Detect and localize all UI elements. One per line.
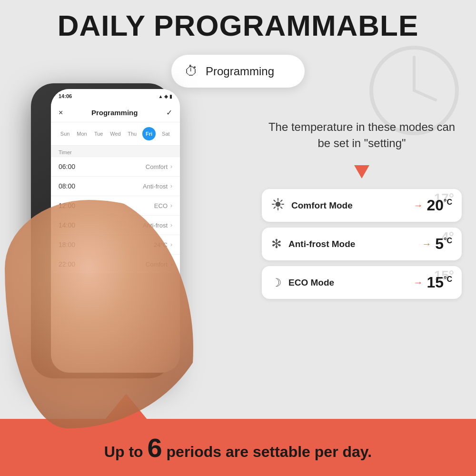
bottom-prefix: Up to [104,443,143,460]
moon-icon: ☽ [271,276,282,289]
sun-icon [271,198,285,214]
timer-label: Timer [51,146,180,157]
chevron-icon: › [170,163,172,170]
day-mon[interactable]: Mon [75,127,89,140]
day-sun[interactable]: Sun [59,127,72,140]
status-time: 14:06 [59,93,159,99]
day-thu[interactable]: Thu [126,127,139,140]
timer-row[interactable]: 08:00 Anti-frost › [51,177,180,196]
svg-marker-3 [354,165,369,178]
mode-value: Comfort [82,163,168,170]
page-title: DAILY PROGRAMMABLE [0,9,476,42]
eco-mode-card: ☽ ECO Mode → 15°C 15° [262,266,462,299]
time-value: 06:00 [59,163,82,170]
description-text: The temperature in these modes can be se… [262,119,462,151]
arrow-right-icon: → [413,200,423,211]
antifrost-mode-name: Anti-frost Mode [288,239,418,249]
status-icons: ▲ ◈ ▮ [159,94,172,99]
clock-icon: ⏱ [185,63,198,79]
bottom-suffix: periods are settable per day. [167,443,372,460]
antifrost-mode-card: ✻ Anti-frost Mode → 5°C 4° [262,228,462,260]
svg-line-11 [281,200,282,201]
svg-line-10 [281,207,282,208]
timer-row[interactable]: 06:00 Comfort › [51,157,180,177]
close-button[interactable]: × [59,109,63,117]
chevron-icon: › [170,222,172,228]
bottom-text: Up to 6 periods are settable per day. [104,432,372,463]
time-value: 08:00 [59,182,82,190]
day-wed[interactable]: Wed [109,127,122,140]
snowflake-icon: ✻ [271,237,282,251]
svg-point-4 [276,202,280,207]
day-tue[interactable]: Tue [92,127,105,140]
status-bar: 14:06 ▲ ◈ ▮ [51,89,180,103]
chevron-icon: › [170,241,172,248]
arrow-right-icon: → [413,277,423,288]
day-sat[interactable]: Sat [159,127,172,140]
svg-line-12 [274,207,276,208]
svg-line-2 [414,90,436,100]
confirm-button[interactable]: ✓ [166,108,172,117]
day-fri[interactable]: Fri [142,127,156,140]
arrow-down [262,160,462,181]
chevron-icon: › [170,202,172,209]
antifrost-temp: 5°C [435,235,452,253]
programming-pill: ⏱ Programming [171,55,305,88]
arrow-right-icon: → [422,238,431,249]
app-header: × Programming ✓ [51,103,180,122]
eco-temp: 15°C [426,274,452,291]
comfort-mode-card: Comfort Mode → 20°C 17° [262,189,462,222]
chevron-icon: › [170,183,172,189]
bottom-number: 6 [148,433,162,463]
right-content: The temperature in these modes can be se… [262,119,462,305]
comfort-temp: 20°C [426,197,452,214]
comfort-mode-name: Comfort Mode [291,200,409,211]
mode-value: Anti-frost [82,183,168,190]
svg-line-9 [274,200,276,201]
days-row: Sun Mon Tue Wed Thu Fri Sat [51,122,180,146]
eco-mode-name: ECO Mode [288,278,409,288]
app-title: Programming [91,109,138,117]
pill-label: Programming [206,65,274,78]
